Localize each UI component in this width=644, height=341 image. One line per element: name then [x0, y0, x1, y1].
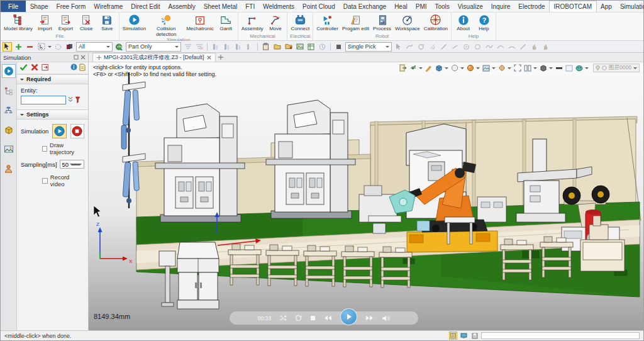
snap-track-icon[interactable] [428, 42, 437, 52]
line-width-icon[interactable] [555, 64, 563, 72]
background-icon[interactable] [482, 64, 490, 72]
menu-tab-assembly[interactable]: Assembly [164, 1, 199, 12]
about-button[interactable]: About [453, 13, 474, 32]
menu-tab-fti[interactable]: FTI [242, 1, 259, 12]
strip-workpiece-icon[interactable] [2, 123, 16, 137]
scene-canvas[interactable]: Z X [89, 62, 643, 330]
record-video-checkbox[interactable] [42, 178, 48, 184]
apply-button[interactable] [42, 64, 50, 72]
collision-detection-button[interactable]: Collision detection [148, 13, 184, 37]
color-filter-icon[interactable] [65, 42, 74, 52]
snap-tangent-icon[interactable] [518, 42, 528, 52]
grab2-icon[interactable] [541, 42, 550, 52]
import-button[interactable]: Import [35, 13, 55, 32]
exit-env-icon[interactable] [399, 64, 407, 72]
grab-icon[interactable] [530, 42, 539, 52]
menu-tab-inquire[interactable]: Inquire [487, 1, 514, 12]
entity-filter-select[interactable]: All [76, 42, 113, 52]
sampling-select[interactable]: 50 [60, 160, 84, 169]
export-image-icon[interactable] [284, 42, 293, 52]
scope-icon[interactable] [114, 42, 124, 52]
snap-line2-icon[interactable] [450, 42, 460, 52]
lasso-icon[interactable] [53, 42, 63, 52]
fast-forward-icon[interactable] [365, 315, 374, 321]
calibration-button[interactable]: Calibration [422, 13, 450, 32]
front-cabinet[interactable] [159, 242, 219, 309]
new-tab-button[interactable] [216, 53, 226, 62]
panel-close-button[interactable] [80, 54, 86, 61]
shuffle-icon[interactable] [279, 315, 287, 321]
state-filter-2-icon[interactable] [222, 42, 231, 52]
menu-tab-simulation[interactable]: Simulation [616, 1, 644, 12]
snap-curve-icon[interactable] [496, 42, 505, 52]
snap-spline-icon[interactable] [484, 42, 494, 52]
clipboard-icon[interactable] [261, 42, 270, 52]
controller-button[interactable]: Controller [314, 13, 340, 32]
menu-tab-file[interactable]: File [1, 1, 26, 12]
record-video-row[interactable]: Record video [21, 174, 84, 187]
draw-trajectory-checkbox[interactable] [42, 146, 47, 152]
menu-tab-wireframe[interactable]: Wireframe [90, 1, 127, 12]
progam-edit-button[interactable]: Progam edit [340, 13, 371, 32]
save-button[interactable]: Save [97, 13, 118, 32]
grid-toggle-icon[interactable] [449, 332, 457, 340]
doc-note-button[interactable] [79, 64, 86, 72]
cancel-button[interactable] [31, 64, 38, 72]
draw-trajectory-row[interactable]: Draw trajectory [21, 142, 84, 155]
close-button[interactable]: Close [76, 13, 97, 32]
panel-dock-button[interactable] [74, 54, 79, 61]
strip-manager-icon[interactable] [2, 84, 16, 98]
entity-input[interactable] [21, 96, 66, 104]
stop-simulation-button[interactable] [70, 124, 84, 138]
required-section-header[interactable]: Required [17, 74, 88, 84]
state-filter-1-icon[interactable] [211, 42, 220, 52]
display-mode-icon[interactable] [450, 64, 458, 72]
menu-tab-shape[interactable]: Shape [26, 1, 52, 12]
tab-close-icon[interactable] [207, 55, 211, 60]
pick-box-icon[interactable] [36, 42, 46, 52]
target-point-icon[interactable] [497, 64, 506, 72]
menu-tab-data-exchange[interactable]: Data Exchange [339, 1, 390, 12]
menu-tab-direct-edit[interactable]: Direct Edit [127, 1, 164, 12]
render-image-icon[interactable] [295, 42, 304, 52]
menu-tab-point-cloud[interactable]: Point Cloud [299, 1, 340, 12]
menu-tab-irobotcam[interactable]: IROBOTCAM [549, 1, 597, 12]
state-filter-3-icon[interactable] [233, 42, 243, 52]
assembly-button[interactable]: Assembly [240, 13, 265, 32]
stop-media-icon[interactable] [310, 315, 316, 321]
scope-filter-select[interactable]: Part Only [126, 42, 181, 52]
info-button[interactable] [70, 64, 77, 72]
gantt-button[interactable]: Gantt [216, 13, 236, 32]
menu-tab-tools[interactable]: Tools [431, 1, 453, 12]
strip-snapshot-icon[interactable] [2, 142, 16, 156]
snap-center-icon[interactable] [462, 42, 471, 52]
volume-icon[interactable] [382, 315, 390, 321]
pick-mode-select[interactable]: Single Pick [345, 42, 392, 52]
snap-line-icon[interactable] [439, 42, 448, 52]
loop-icon[interactable] [295, 315, 302, 321]
menu-tab-app[interactable]: App [597, 1, 616, 12]
view-cube-icon[interactable] [435, 64, 443, 72]
simulation-button[interactable]: Simulation [121, 13, 148, 32]
show-hide-icon[interactable] [409, 64, 417, 72]
menu-tab-free-form[interactable]: Free Form [52, 1, 90, 12]
canvas-style-icon[interactable] [565, 64, 573, 72]
process-button[interactable]: Process [371, 13, 393, 32]
history-icon[interactable] [318, 42, 327, 52]
save-state-icon[interactable] [470, 332, 479, 340]
pick-box-caret-icon[interactable] [48, 46, 52, 50]
document-tab[interactable]: MPGI-2301完成2程序修改.Z3 - [Default] [92, 53, 216, 62]
menu-tab-weldments[interactable]: Weldments [259, 1, 299, 12]
expand-chevron-icon[interactable] [68, 96, 73, 104]
snap-rotate-icon[interactable] [416, 42, 426, 52]
workspace-button[interactable]: Workspace [393, 13, 422, 32]
move-button[interactable]: Move [265, 13, 286, 32]
select-cursor-icon[interactable] [3, 42, 12, 52]
filter-list-icon[interactable] [183, 42, 192, 52]
pick-mode-icon[interactable] [334, 42, 343, 52]
strip-simulation-icon[interactable] [2, 64, 16, 78]
spreadsheet-icon[interactable] [306, 42, 316, 52]
menu-tab-visualize[interactable]: Visualize [453, 1, 487, 12]
snap-free-icon[interactable] [405, 42, 414, 52]
play-simulation-button[interactable] [52, 124, 66, 138]
